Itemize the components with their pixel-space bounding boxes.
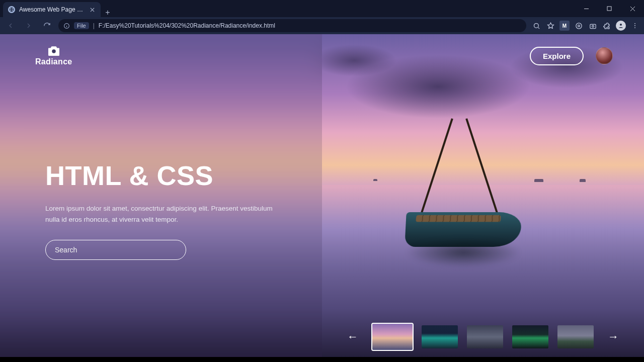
titlebar: Awesome Web Page Design - Ea + [0,0,644,17]
address-bar: File | F:/Easy%20Tutorials%204/302%20Rad… [0,17,644,34]
search-input[interactable] [55,246,177,254]
thumbnail-overcast-hills[interactable] [467,325,503,348]
minimize-button[interactable] [575,0,598,17]
info-icon [63,23,70,29]
hero-body: Lorem ipsum dolor sit amet, consectrtur … [45,203,277,226]
svg-point-8 [620,24,622,26]
camera-icon [47,45,61,56]
maximize-button[interactable] [598,0,621,17]
svg-point-10 [634,25,635,26]
close-window-button[interactable] [621,0,644,17]
svg-point-3 [534,23,538,28]
carousel-prev-arrow-icon[interactable]: ← [342,327,363,346]
explore-button[interactable]: Explore [530,47,584,65]
page-viewport: Radiance Explore HTML & CSS Lorem ipsum … [0,34,644,362]
forward-button[interactable] [22,19,35,32]
brand-logo[interactable]: Radiance [35,45,72,66]
svg-point-9 [634,23,635,24]
reload-button[interactable] [40,19,53,32]
brand-name: Radiance [35,57,72,66]
tab-title: Awesome Web Page Design - Ea [19,6,85,13]
thumbnail-mountain-valley[interactable] [557,325,594,348]
extension-icon[interactable] [574,21,584,31]
toolbar-actions: M [531,21,640,31]
url-text: F:/Easy%20Tutorials%204/302%20Radiance/R… [99,22,275,29]
browser-window: Awesome Web Page Design - Ea + File | F:… [0,0,644,362]
back-button[interactable] [4,19,17,32]
svg-point-7 [592,25,594,27]
user-avatar[interactable] [596,47,613,64]
kebab-menu-icon[interactable] [630,21,640,31]
tab-strip: Awesome Web Page Design - Ea + [0,0,575,17]
close-icon[interactable] [89,6,96,13]
url-scheme-badge: File [74,22,89,29]
thumbnail-aurora-teal[interactable] [422,325,458,348]
hero-title: HTML & CSS [45,160,287,191]
globe-icon [8,6,15,13]
svg-point-11 [634,27,635,28]
extensions-puzzle-icon[interactable] [602,21,612,31]
browser-tab-active[interactable]: Awesome Web Page Design - Ea [3,2,101,17]
zoom-icon[interactable] [531,21,541,31]
camera-icon[interactable] [588,21,598,31]
extension-icon[interactable]: M [559,21,570,31]
svg-rect-6 [590,24,595,28]
new-tab-button[interactable]: + [101,8,115,17]
svg-rect-1 [607,7,611,11]
profile-avatar-icon[interactable] [616,21,626,31]
svg-point-4 [578,25,580,27]
search-field-wrapper[interactable] [45,240,186,260]
thumbnail-aurora-green[interactable] [512,325,548,348]
svg-point-5 [576,23,581,28]
thumbnail-sunset-boat[interactable] [372,324,413,350]
svg-point-12 [52,49,55,53]
page-header: Radiance Explore [0,45,644,66]
letterbox-bar [0,357,644,362]
url-field[interactable]: File | F:/Easy%20Tutorials%204/302%20Rad… [58,19,526,32]
thumbnail-carousel: ← → [322,324,644,350]
window-controls [575,0,644,17]
carousel-next-arrow-icon[interactable]: → [603,327,624,346]
hero-section: HTML & CSS Lorem ipsum dolor sit amet, c… [45,160,287,260]
star-icon[interactable] [545,21,555,31]
